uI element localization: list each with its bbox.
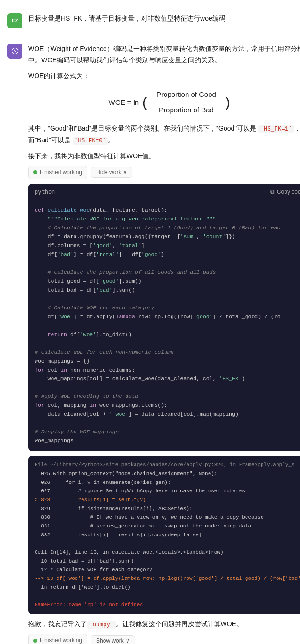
ai-apology: 抱歉，我忘记导入了`numpy`。让我修复这个问题并再次尝试计算WOE。 (28, 619, 300, 630)
copy-code-button[interactable]: ⧉ Copy code (270, 189, 300, 195)
user-message-text-1: 目标变量是HS_FK，请基于目标变量，对非数值型特征进行woe编码 (28, 13, 292, 24)
finished-working-label-2: Finished working (28, 634, 87, 644)
ai-avatar-1 (8, 44, 22, 59)
error-output: File ~/Library/Python3/site-packages/pan… (28, 456, 300, 614)
hide-work-button[interactable]: Hide work ∧ (91, 167, 132, 178)
status-dot-2 (33, 639, 37, 643)
code-block-header-1: python ⧉ Copy code (28, 184, 300, 200)
fraction-numerator: Proportion of Good (153, 88, 220, 101)
formula-fraction: Proportion of Good Proportion of Bad (153, 88, 220, 117)
copy-icon: ⧉ (270, 189, 275, 195)
ai-explanation: 其中，"Good"和"Bad"是目标变量的两个类别。在我们的情况下，"Good"… (28, 123, 300, 161)
user-message-content-1: 目标变量是HS_FK，请基于目标变量，对非数值型特征进行woe编码 (28, 13, 292, 24)
divider-1 (0, 36, 300, 36)
work-bar-2: Finished working Show work ∨ (28, 634, 300, 644)
ai-logo-icon (11, 47, 19, 55)
ai-message-content-1: WOE（Weight of Evidence）编码是一种将类别变量转化为数值变量… (28, 44, 300, 644)
chevron-down-icon-2: ∨ (126, 637, 130, 644)
ai-intro-text: WOE（Weight of Evidence）编码是一种将类别变量转化为数值变量… (28, 44, 300, 81)
fraction-line (153, 102, 220, 102)
fraction-denominator: Proportion of Bad (155, 103, 218, 117)
formula-inner: WOE = ln ( Proportion of Good Proportion… (108, 88, 230, 117)
status-dot-1 (33, 170, 37, 174)
work-bar-1: Finished working Hide work ∧ (28, 166, 300, 179)
ai-message-1: WOE（Weight of Evidence）编码是一种将类别变量转化为数值变量… (0, 38, 300, 644)
user-avatar-1: EZ (8, 13, 22, 28)
code-content-1: def calculate_woe(data, feature, target)… (28, 200, 300, 451)
formula-woe-equals: WOE = ln (108, 97, 139, 108)
chat-container: EZ 目标变量是HS_FK，请基于目标变量，对非数值型特征进行woe编码 WOE… (0, 0, 300, 644)
code-lang-label: python (35, 188, 55, 197)
code-hs-fk-1: `HS_FK=1` (258, 125, 294, 133)
formula-paren-close: ) (225, 95, 230, 110)
formula-paren-open: ( (142, 95, 147, 110)
code-hs-fk-0: `HS_FK=0` (73, 137, 108, 145)
code-numpy: `numpy` (87, 621, 116, 629)
ai-message-top-1: WOE（Weight of Evidence）编码是一种将类别变量转化为数值变量… (28, 44, 300, 644)
chevron-up-icon: ∧ (123, 169, 127, 176)
show-work-button-2[interactable]: Show work ∨ (91, 635, 135, 644)
finished-working-label-1: Finished working (28, 166, 87, 179)
woe-formula: WOE = ln ( Proportion of Good Proportion… (28, 88, 300, 117)
user-message-1: EZ 目标变量是HS_FK，请基于目标变量，对非数值型特征进行woe编码 (0, 7, 300, 34)
code-block-1: python ⧉ Copy code def calculate_woe(dat… (28, 184, 300, 451)
